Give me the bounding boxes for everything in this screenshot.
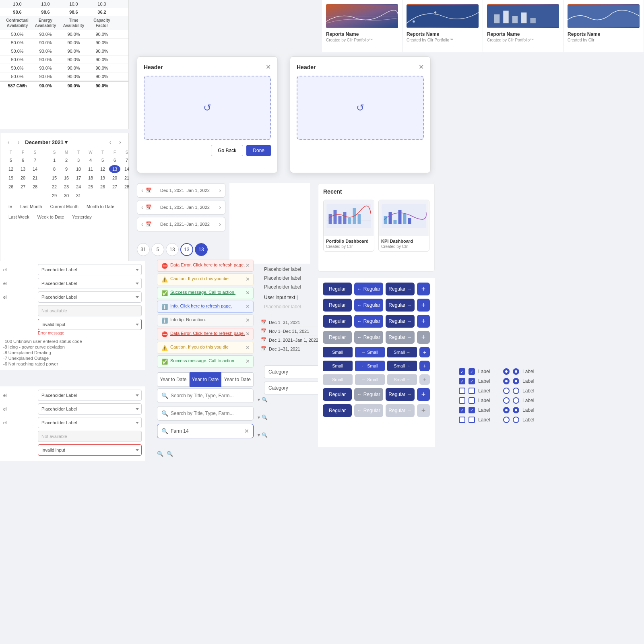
- regular-btn-3[interactable]: Regular: [323, 315, 352, 328]
- date-picker-3[interactable]: ‹ 📅 Dec 1, 2021–Jan 1, 2022 ›: [137, 217, 225, 231]
- cal-next-btn[interactable]: ›: [15, 138, 22, 146]
- cal-day[interactable]: 6: [109, 156, 120, 164]
- checkbox-3[interactable]: [459, 388, 465, 394]
- date-next-1[interactable]: ›: [218, 187, 222, 194]
- alert-close-5[interactable]: ✕: [246, 317, 250, 323]
- search-icon-ctrl-1[interactable]: 🔍: [262, 397, 268, 402]
- search-input-1[interactable]: [171, 393, 249, 398]
- search-clear-btn[interactable]: ✕: [244, 428, 249, 434]
- small-arrow-left-btn-1[interactable]: ← Small: [355, 347, 385, 357]
- date-picker-2[interactable]: ‹ 📅 Dec 1, 2021–Jan 1, 2022 ›: [137, 200, 225, 215]
- checkbox-2[interactable]: ✓: [459, 378, 465, 384]
- cal-day[interactable]: 15: [49, 174, 60, 182]
- checkbox-4[interactable]: [459, 397, 465, 404]
- modal-2-close-btn[interactable]: ✕: [419, 63, 424, 71]
- checkbox-6[interactable]: [459, 417, 465, 423]
- date-next-2[interactable]: ›: [218, 204, 222, 211]
- alert-close-3[interactable]: ✕: [246, 290, 250, 296]
- cal-day[interactable]: 24: [73, 183, 84, 191]
- ytd-btn-1[interactable]: Year to Date: [157, 372, 190, 387]
- cal-day[interactable]: 26: [5, 183, 17, 191]
- regular-arrow-left-btn-3[interactable]: ← Regular: [354, 315, 383, 328]
- cal-day[interactable]: 1: [49, 156, 60, 164]
- regular-arrow-left-btn-2[interactable]: ← Regular: [354, 299, 383, 312]
- page-btn-13c[interactable]: 13: [195, 243, 208, 256]
- cal-day[interactable]: 21: [29, 174, 41, 182]
- ytd-btn-3[interactable]: Year to Date: [221, 372, 254, 387]
- plus-btn-3[interactable]: +: [417, 315, 430, 328]
- regular-arrow-left-btn-8[interactable]: ← Regular: [354, 388, 383, 401]
- small-arrow-right-btn-1[interactable]: Small →: [387, 347, 417, 357]
- alert-link-1[interactable]: Data Error. Click here to refresh page.: [170, 262, 245, 267]
- cal-right-prev-btn[interactable]: ‹: [107, 138, 114, 146]
- cal-day[interactable]: 11: [85, 165, 96, 173]
- small-btn-2[interactable]: Small: [323, 361, 353, 371]
- alert-close-1[interactable]: ✕: [246, 262, 250, 268]
- cal-prev-btn[interactable]: ‹: [5, 138, 12, 146]
- report-card-4[interactable]: Reports Name Created by Clir: [564, 0, 644, 52]
- checkbox-3b[interactable]: [469, 388, 475, 394]
- shortcut-month-to-date[interactable]: Month to Date: [83, 203, 118, 210]
- radio-5b[interactable]: [513, 407, 519, 413]
- radio-4b[interactable]: [513, 397, 519, 404]
- cal-day[interactable]: 6: [17, 156, 29, 164]
- go-back-button[interactable]: Go Back: [211, 145, 243, 156]
- cal-day[interactable]: 18: [85, 174, 96, 182]
- radio-1b[interactable]: [513, 368, 519, 375]
- shortcut-last-month[interactable]: Last Month: [17, 203, 45, 210]
- shortcut-week-to-date[interactable]: Week to Date: [34, 213, 67, 221]
- modal-1-upload-area[interactable]: ↺: [144, 76, 271, 140]
- alert-close-2[interactable]: ✕: [246, 276, 250, 282]
- regular-arrow-right-btn-4[interactable]: Regular →: [386, 331, 415, 344]
- shortcut-last-week[interactable]: Last Week: [5, 213, 33, 221]
- small-arrow-left-btn-3[interactable]: ← Small: [355, 374, 385, 385]
- radio-2b[interactable]: [513, 378, 519, 384]
- checkbox-1[interactable]: ✓: [459, 368, 465, 375]
- checkbox-1b[interactable]: ✓: [469, 368, 475, 375]
- cal-day[interactable]: 7: [121, 156, 132, 164]
- cal-right-next-btn[interactable]: ›: [117, 138, 124, 146]
- regular-arrow-right-btn-9[interactable]: Regular →: [386, 404, 415, 417]
- page-btn-5[interactable]: 5: [151, 243, 164, 256]
- chevron-down-icon-ctrl-2[interactable]: ▾: [258, 415, 260, 420]
- radio-6b[interactable]: [513, 417, 519, 423]
- regular-arrow-left-btn-9[interactable]: ← Regular: [354, 404, 383, 417]
- cal-day[interactable]: 20: [109, 174, 120, 182]
- date-picker-1[interactable]: ‹ 📅 Dec 1, 2021–Jan 1, 2022 ›: [137, 183, 225, 198]
- cal-day[interactable]: 22: [49, 183, 60, 191]
- form-select-lower-3[interactable]: Placeholder Label: [38, 417, 142, 428]
- cal-day[interactable]: 3: [73, 156, 84, 164]
- small-plus-btn-3[interactable]: +: [419, 374, 430, 385]
- regular-btn-9[interactable]: Regular: [323, 404, 352, 417]
- small-arrow-right-btn-3[interactable]: Small →: [387, 374, 417, 385]
- cal-day[interactable]: 13: [17, 165, 29, 173]
- cal-day[interactable]: 8: [49, 165, 60, 173]
- plus-btn-1[interactable]: +: [417, 283, 430, 295]
- radio-1[interactable]: [503, 368, 510, 375]
- plus-btn-8[interactable]: +: [417, 388, 430, 401]
- small-plus-btn-1[interactable]: +: [419, 347, 430, 357]
- checkbox-6b[interactable]: [469, 417, 475, 423]
- cal-day[interactable]: 21: [121, 174, 132, 182]
- regular-arrow-left-btn-4[interactable]: ← Regular: [354, 331, 383, 344]
- cal-day[interactable]: 31: [73, 192, 84, 200]
- user-input-text[interactable]: User input text: [264, 293, 306, 302]
- search-input-3[interactable]: [171, 428, 242, 434]
- search-icon-ctrl-2[interactable]: 🔍: [262, 415, 268, 420]
- cal-day[interactable]: 2: [61, 156, 72, 164]
- chevron-down-icon-ctrl-3[interactable]: ▾: [258, 432, 260, 438]
- recent-card-kpi[interactable]: KPI Dashboard Created by Clir: [378, 200, 429, 252]
- chevron-down-icon-ctrl-1[interactable]: ▾: [258, 397, 260, 402]
- alert-close-6[interactable]: ✕: [246, 331, 250, 337]
- regular-btn-2[interactable]: Regular: [323, 299, 352, 312]
- cal-day[interactable]: 12: [97, 165, 108, 173]
- plus-btn-9[interactable]: +: [417, 404, 430, 417]
- small-arrow-left-btn-2[interactable]: ← Small: [355, 361, 385, 371]
- cal-day[interactable]: 26: [97, 183, 108, 191]
- alert-close-8[interactable]: ✕: [246, 358, 250, 364]
- form-select-lower-1[interactable]: Placeholder Label: [38, 390, 142, 401]
- date-prev-2[interactable]: ‹: [140, 204, 144, 211]
- recent-card-portfolio[interactable]: Portfolio Dashboard Created by Clir: [323, 200, 374, 252]
- cal-day-selected[interactable]: 13: [109, 165, 120, 173]
- alert-link-6[interactable]: Data Error. Click here to refresh page.: [170, 331, 245, 336]
